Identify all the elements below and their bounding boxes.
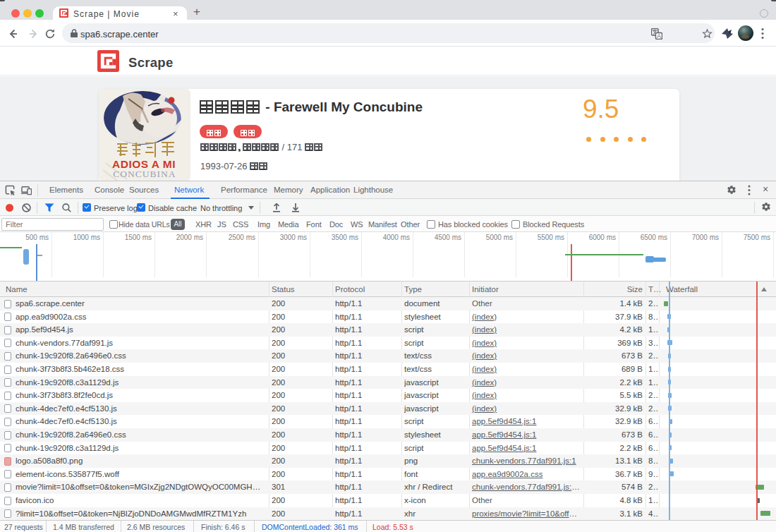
- svg-text:CONCUBINA: CONCUBINA: [113, 169, 176, 179]
- svg-text:A: A: [657, 32, 661, 40]
